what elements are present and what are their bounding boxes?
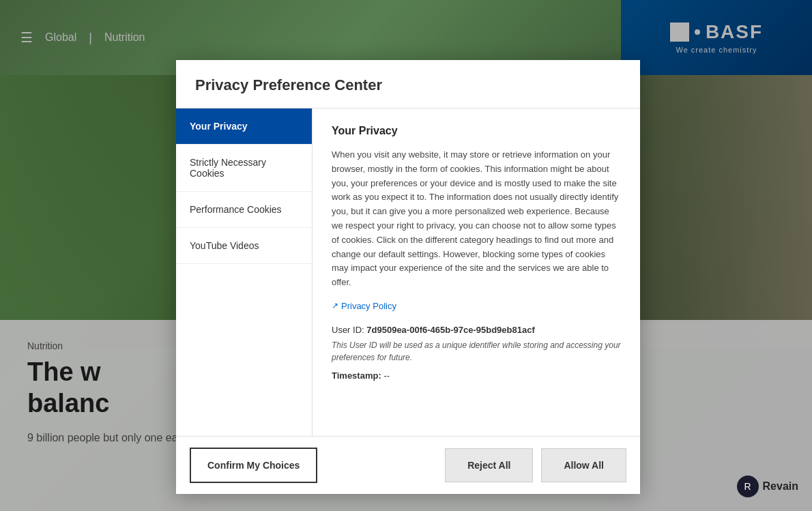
revain-badge: R Revain: [737, 476, 798, 497]
allow-all-button[interactable]: Allow All: [541, 448, 626, 482]
privacy-preference-modal: Privacy Preference Center Your Privacy S…: [176, 60, 640, 494]
sidebar-item-your-privacy[interactable]: Your Privacy: [176, 108, 312, 145]
user-id-note: This User ID will be used as a unique id…: [332, 339, 621, 364]
privacy-policy-link[interactable]: Privacy Policy: [332, 301, 621, 311]
revain-text: Revain: [763, 480, 798, 493]
user-id-section: User ID: 7d9509ea-00f6-465b-97ce-95bd9eb…: [332, 325, 621, 335]
revain-icon: R: [737, 476, 759, 497]
user-id-label: User ID:: [332, 325, 364, 335]
user-id-value: 7d9509ea-00f6-465b-97ce-95bd9eb81acf: [366, 325, 534, 335]
modal-content-area: Your Privacy When you visit any website,…: [313, 108, 640, 436]
timestamp-label: Timestamp:: [332, 370, 381, 381]
timestamp-value: --: [383, 370, 390, 381]
modal-footer: Confirm My Choices Reject All Allow All: [176, 436, 640, 494]
sidebar-item-strictly-necessary[interactable]: Strictly Necessary Cookies: [176, 145, 312, 192]
reject-all-button[interactable]: Reject All: [445, 448, 533, 482]
content-title: Your Privacy: [332, 125, 621, 137]
sidebar-item-performance[interactable]: Performance Cookies: [176, 192, 312, 228]
modal-body: Your Privacy Strictly Necessary Cookies …: [176, 108, 640, 436]
modal-sidebar: Your Privacy Strictly Necessary Cookies …: [176, 108, 313, 436]
timestamp-line: Timestamp: --: [332, 370, 621, 381]
content-text: When you visit any website, it may store…: [332, 148, 621, 290]
modal-title: Privacy Preference Center: [176, 60, 640, 108]
confirm-my-choices-button[interactable]: Confirm My Choices: [190, 448, 317, 483]
sidebar-item-youtube[interactable]: YouTube Videos: [176, 228, 312, 264]
